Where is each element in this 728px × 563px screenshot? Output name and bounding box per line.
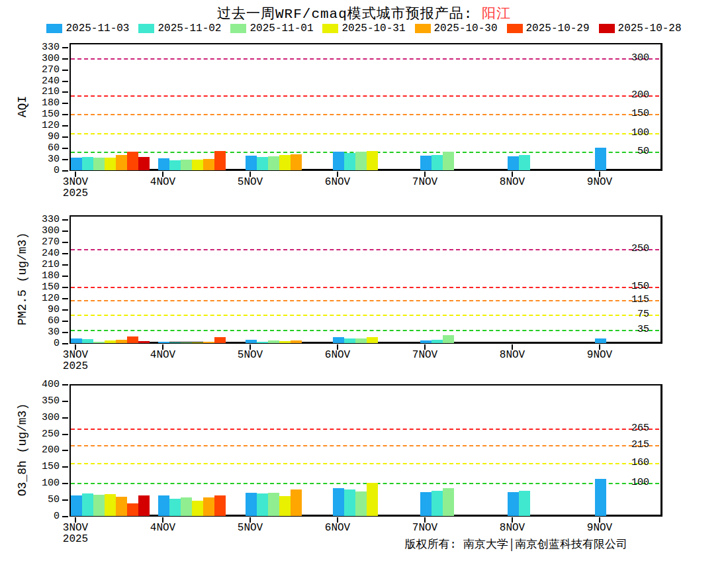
bar [279,155,291,170]
y-axis-tick [62,159,68,160]
bar [268,340,279,343]
y-axis-title: O3_8h (ug/m3) [16,384,29,516]
x-tick-label: 4NOV [140,349,186,361]
y-tick-label: 300 [25,53,60,64]
threshold-line [71,58,659,60]
bar [214,151,226,170]
bar [291,340,302,343]
x-tick-label: 5NOV [227,349,273,361]
bar [595,338,606,343]
x-tick-label: 9NOV [576,522,623,534]
forecast-report-page: 过去一周WRF/cmaq模式城市预报产品: 阳江 2025-11-032025-… [0,0,728,563]
y-axis-tick [62,384,68,385]
bar [82,157,93,170]
legend-swatch-icon [415,24,431,33]
x-tick-year-label: 2025 [52,187,99,199]
bar [71,158,82,170]
y-axis-tick [62,499,68,501]
y-tick-label: 210 [25,259,60,270]
bar [355,152,367,170]
y-tick-label: 350 [25,395,60,407]
bar [344,489,355,516]
x-tick-label: 3NOV [52,176,99,188]
x-tick-label: 5NOV [227,522,273,534]
y-axis-tick [62,332,68,333]
legend-label: 2025-10-29 [526,23,590,34]
threshold-label: 215 [610,439,649,450]
bar [138,157,150,170]
threshold-label: 50 [610,146,649,157]
threshold-label: 75 [610,309,649,320]
y-axis-tick [62,466,68,468]
threshold-label: 150 [610,281,649,292]
bar [508,492,519,516]
threshold-line [71,445,659,446]
legend-item: 2025-10-31 [322,23,405,34]
legend-label: 2025-11-03 [66,23,129,34]
y-axis-tick [62,276,68,277]
page-title-city: 阳江 [482,7,511,22]
x-tick-label: 6NOV [314,349,361,361]
y-tick-label: 240 [25,248,60,259]
y-tick-label: 180 [25,97,60,109]
y-tick-label: 400 [25,379,60,390]
page-title: 过去一周WRF/cmaq模式城市预报产品: 阳江 [0,4,728,23]
x-tick-label: 3NOV [52,522,99,534]
legend-label: 2025-10-31 [341,23,405,34]
threshold-label: 300 [610,52,649,64]
y-tick-label: 330 [25,42,60,53]
y-axis-tick [62,81,68,82]
threshold-label: 100 [610,127,649,138]
x-tick-label: 6NOV [314,176,361,188]
bar [367,483,378,516]
bar [82,493,93,516]
threshold-line [71,133,659,134]
bar [203,342,214,343]
x-tick-label: 7NOV [402,522,448,534]
bar [420,492,432,516]
bar [443,488,454,516]
y-axis-tick [62,450,68,451]
bar [246,493,257,516]
bar [257,493,268,516]
legend-item: 2025-10-30 [415,23,498,34]
y-axis-tick [62,264,68,266]
y-tick-label: 120 [25,120,60,131]
y-axis-tick [62,219,68,221]
legend-swatch-icon [599,24,615,33]
threshold-label: 115 [610,294,649,305]
y-tick-label: 300 [25,225,60,236]
bar [82,339,93,343]
y-tick-label: 150 [25,282,60,293]
y-axis-tick [62,417,68,419]
bar [158,342,169,343]
bar [595,479,606,516]
y-tick-label: 150 [25,461,60,472]
plot-area [69,215,662,344]
bar [203,159,214,170]
threshold-line [71,315,659,316]
bar [127,336,138,343]
bar [116,340,127,343]
y-tick-label: 60 [25,142,60,154]
y-axis-tick [62,230,68,232]
threshold-line [71,300,659,301]
bar [192,342,203,343]
y-axis-tick [62,242,68,243]
bar [192,501,203,516]
y-axis-tick [62,170,68,172]
x-tick-year-label: 2025 [52,533,99,545]
x-tick-label: 7NOV [402,349,448,361]
x-tick-label: 9NOV [576,349,623,361]
bar [138,341,150,343]
bar [367,151,378,170]
legend: 2025-11-032025-11-022025-11-012025-10-31… [0,23,728,34]
bar [93,495,105,516]
bar [257,157,268,170]
bar [93,342,105,343]
y-axis-tick [62,103,68,104]
y-axis-tick [62,58,68,60]
y-axis-tick [62,401,68,402]
bar [291,154,302,170]
y-tick-label: 60 [25,315,60,327]
